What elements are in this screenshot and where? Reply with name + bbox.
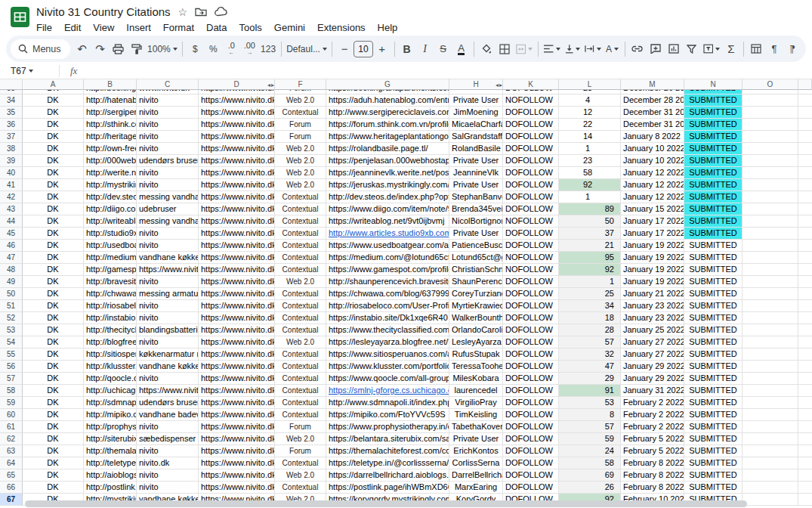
cell-F39[interactable]: Web 2.0 [275,155,326,167]
format-percent-button[interactable]: % [204,39,222,59]
cell-N54[interactable]: SUBMITTED [684,336,743,348]
cell-B57[interactable]: http://qoocle.con [84,373,137,385]
redo-icon[interactable]: ↷ [91,39,110,59]
cell-M56[interactable]: January 29 2022 [621,361,684,373]
cell-P41[interactable] [798,179,812,191]
insert-comment-icon[interactable] [647,39,665,59]
row-header-38[interactable]: 38 [0,143,23,155]
cell-N35[interactable]: SUBMITTED [684,107,743,119]
row-header-54[interactable]: 54 [0,336,23,348]
cell-K44[interactable]: NOFOLLOW [503,215,559,228]
column-header-F[interactable]: F [275,79,326,90]
row-header-39[interactable]: 39 [0,155,23,167]
cell-F49[interactable]: Web 2.0 [275,276,326,288]
cell-M51[interactable]: January 23 2022 [621,300,684,312]
vertical-align-icon[interactable] [563,39,583,59]
cell-H52[interactable]: WalkerBounthap [449,312,503,324]
cell-F42[interactable]: Contextual [275,191,326,203]
cell-B43[interactable]: http://diigo.com/ [84,203,137,215]
cell-A49[interactable]: DK [23,276,84,288]
cell-P45[interactable] [798,228,812,240]
more-formats-button[interactable]: 123 [258,39,278,59]
cell-D46[interactable]: https://www.nivito.dk [199,240,275,252]
cell-C50[interactable]: messing armatur [137,288,199,300]
cell-D58[interactable]: https://www.nivito.dk [199,385,275,397]
cell-A37[interactable]: DK [23,131,84,143]
cell-M57[interactable]: January 29 2022 [621,373,684,385]
cell-F52[interactable]: Contextual [275,312,326,324]
cell-F51[interactable]: Contextual [275,300,326,312]
cell-H60[interactable]: TimKeisling [449,409,503,421]
cell-P36[interactable] [798,119,812,131]
cell-P67[interactable] [798,494,812,506]
cell-P34[interactable] [798,94,812,107]
row-header-67[interactable]: 67 [0,494,23,506]
cell-N62[interactable]: SUBMITTED [684,433,743,445]
menu-insert[interactable]: Insert [120,20,157,35]
cell-L57[interactable]: 29 [559,373,621,385]
cell-N56[interactable]: SUBMITTED [684,361,743,373]
cell-K55[interactable]: DOFOLLOW [503,348,559,361]
cell-K38[interactable]: DOFOLLOW [503,143,559,155]
cell-G66[interactable]: https://postlink.page/ihWBmXD6G8 [326,482,449,494]
cell-L40[interactable]: 58 [559,167,621,179]
cell-H38[interactable]: RolandBasile [449,143,503,155]
hidden-columns-E-marker[interactable]: ◂▸ [267,79,274,90]
cell-N55[interactable]: SUBMITTED [684,348,743,361]
cell-H48[interactable]: ChristianSchnetz [449,264,503,276]
cell-D64[interactable]: https://www.nivito.dk [199,457,275,469]
filter-views-icon[interactable] [701,39,722,59]
cell-K59[interactable]: DOFOLLOW [503,397,559,409]
cloud-saved-icon[interactable] [215,7,228,17]
cell-N36[interactable]: SUBMITTED [684,119,743,131]
cell-H57[interactable]: MilesKobara [449,373,503,385]
pilcrow-rtl-icon[interactable]: ¶ [783,39,801,59]
cell-L34[interactable]: 4 [559,94,621,107]
row-header-40[interactable]: 40 [0,167,23,179]
row-header-63[interactable]: 63 [0,445,23,457]
cell-F64[interactable]: Contextual [275,457,326,469]
cell-H44[interactable]: NicolBortignon [449,215,503,228]
cell-C36[interactable]: nivito [137,119,199,131]
cell-H56[interactable]: TeressaToohey [449,361,503,373]
cell-L45[interactable]: 37 [559,228,621,240]
cell-K45[interactable]: DOFOLLOW [503,228,559,240]
cell-B34[interactable]: http://hatenablog [84,94,137,107]
cell-L51[interactable]: 34 [559,300,621,312]
cell-L37[interactable]: 14 [559,131,621,143]
cell-H66[interactable]: MarxEaring [449,482,503,494]
cell-B66[interactable]: http://postlink.pa [84,482,137,494]
cell-K65[interactable]: DOFOLLOW [503,469,559,482]
cell-L41[interactable]: 92 [559,179,621,191]
cell-M53[interactable]: January 25 2022 [621,324,684,336]
cell-H46[interactable]: PatienceBusche [449,240,503,252]
cell-A35[interactable]: DK [23,107,84,119]
cell-A39[interactable]: DK [23,155,84,167]
row-header-58[interactable]: 58 [0,385,23,397]
cell-D34[interactable]: https://www.nivito.dk [199,94,275,107]
cell-C60[interactable]: vandhane badev [137,409,199,421]
cell-C45[interactable]: nivito [137,228,199,240]
cell-G53[interactable]: https://www.thecityclassified.com/au [326,324,449,336]
cell-C38[interactable]: nivito [137,143,199,155]
cell-O42[interactable] [743,191,798,203]
bold-button[interactable]: B [398,39,416,59]
cell-D62[interactable]: https://www.nivito.dk [199,433,275,445]
row-header-45[interactable]: 45 [0,228,23,240]
zoom-select[interactable]: 100% [146,39,180,59]
strikethrough-button[interactable]: S [434,39,452,59]
cell-H40[interactable]: JeannineVlk [449,167,503,179]
row-header-50[interactable]: 50 [0,288,23,300]
cell-H45[interactable]: Private User [449,228,503,240]
cell-P57[interactable] [798,373,812,385]
star-icon[interactable]: ☆ [178,6,188,18]
cell-M41[interactable]: January 12 2022 [621,179,684,191]
cell-B44[interactable]: http://writeablog. [84,215,137,228]
cell-G50[interactable]: https://chwawa.com/blog/637999/s9 [326,288,449,300]
cell-F36[interactable]: Forum [275,119,326,131]
row-header-42[interactable]: 42 [0,191,23,203]
cell-N53[interactable]: SUBMITTED [684,324,743,336]
cell-N64[interactable]: SUBMITTED [684,457,743,469]
cell-A50[interactable]: DK [23,288,84,300]
row-header-52[interactable]: 52 [0,312,23,324]
